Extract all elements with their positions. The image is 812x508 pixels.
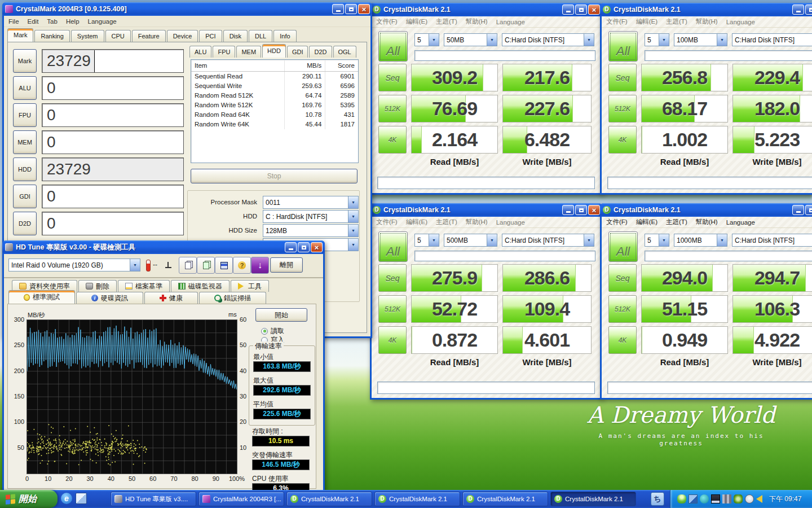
d2d-run-button[interactable]: D2D [13,212,37,235]
minimize-button[interactable] [562,205,574,215]
tab-pci[interactable]: PCI [199,30,222,42]
taskbar-button-5[interactable]: DCrystalDiskMark 2.1 [462,492,548,506]
drive-combo[interactable]: C:Hard Disk [NTFS]▼ [502,234,594,247]
dropdown-arrow-icon[interactable]: ▼ [429,234,439,246]
dropdown-arrow-icon[interactable]: ▼ [659,234,669,246]
nvidia-icon[interactable] [734,494,743,503]
close-button[interactable]: × [311,242,323,252]
menu-item[interactable]: Help [66,18,80,25]
timer-icon[interactable] [745,494,754,503]
language-indicator[interactable]: ち [651,492,664,506]
tab-bulb[interactable]: 標準測試 [8,290,75,304]
close-button[interactable]: × [358,4,370,14]
test-512k-button[interactable]: 512K [378,95,407,122]
maximize-button[interactable] [345,4,357,14]
tab-device[interactable]: Device [167,30,198,42]
menu-item[interactable]: Language [726,219,755,226]
menu-item[interactable]: 主題(T) [666,218,687,226]
update-button[interactable]: ↓ [251,257,269,274]
result-tab-ogl[interactable]: OGL [333,46,356,58]
menu-item[interactable]: 主題(T) [436,218,457,226]
start-test-button[interactable]: 開始 [255,308,307,322]
tab-tools[interactable]: 工具 [231,280,269,292]
minimize-button[interactable] [285,242,297,252]
menu-item[interactable]: 主題(T) [666,17,687,26]
minimize-button[interactable] [792,205,804,215]
dropdown-arrow-icon[interactable]: ▼ [130,259,140,271]
tab-health[interactable]: 健康 [144,292,198,304]
menu-item[interactable]: 編輯(E) [406,17,427,26]
taskbar-button-6[interactable]: DCrystalDiskMark 2.1 [550,492,636,506]
gdi-run-button[interactable]: GDI [13,185,37,208]
copy-image-button[interactable] [197,257,215,274]
dropdown-arrow-icon[interactable]: ▼ [717,234,727,246]
tab-trash[interactable]: 刪除 [78,280,117,292]
test-size-combo[interactable]: 50MB▼ [444,33,497,46]
test-512k-button[interactable]: 512K [608,295,637,323]
taskbar-button-4[interactable]: DCrystalDiskMark 2.1 [374,492,460,506]
menu-item[interactable]: 幫助(H) [466,218,488,226]
HDD Size-combo[interactable]: 128MB▼ [263,224,359,237]
test-4k-button[interactable]: 4K [378,326,407,354]
dropdown-arrow-icon[interactable]: ▼ [348,239,358,251]
help-button[interactable]: ? [233,257,251,274]
test-size-combo[interactable]: 500MB▼ [444,234,497,247]
dropdown-arrow-icon[interactable]: ▼ [487,34,497,46]
all-button[interactable]: All [608,31,638,62]
menu-item[interactable]: Language [496,219,525,226]
all-button[interactable]: All [378,31,408,62]
tab-disk[interactable]: Disk [223,30,248,42]
menu-item[interactable]: 主題(T) [436,17,457,26]
dropdown-arrow-icon[interactable]: ▼ [348,211,358,222]
show-desktop-icon[interactable] [76,493,87,504]
maximize-button[interactable] [575,205,587,215]
mem-run-button[interactable]: MEM [13,130,37,154]
drive-combo[interactable]: C:Hard Disk [NTFS]▼ [732,33,812,46]
exit-button[interactable]: 離開 [270,257,303,273]
tab-scan[interactable]: 錯誤掃描 [199,292,266,304]
dropdown-arrow-icon[interactable]: ▼ [487,234,497,246]
test-512k-button[interactable]: 512K [378,295,407,323]
tab-dll[interactable]: DLL [249,30,272,42]
dropdown-arrow-icon[interactable]: ▼ [659,34,669,46]
notes-icon[interactable] [711,494,720,503]
dropdown-arrow-icon[interactable]: ▼ [348,225,358,237]
dropdown-arrow-icon[interactable]: ▼ [717,34,727,46]
all-button[interactable]: All [608,231,638,262]
tab-disk-monitor[interactable]: 磁碟監視器 [171,280,230,292]
dropdown-arrow-icon[interactable]: ▼ [584,34,594,46]
test-512k-button[interactable]: 512K [608,95,637,122]
tab-cpu[interactable]: CPU [105,30,131,42]
tab-info[interactable]: Info [273,30,296,42]
hdd-run-button[interactable]: HDD [13,157,37,181]
drive-select-combo[interactable]: Intel Raid 0 Volume (1920 GB) ▼ [8,259,140,271]
menu-item[interactable]: Edit [28,18,39,25]
menu-item[interactable]: 文件(F) [376,218,398,226]
result-tab-gdi[interactable]: GDI [287,46,308,58]
menu-item[interactable]: 幫助(H) [466,17,488,26]
test-seq-button[interactable]: Seq [378,264,407,292]
minimize-button[interactable] [792,5,804,15]
mark-run-button[interactable]: Mark [13,49,37,73]
result-tab-d2d[interactable]: D2D [309,46,332,58]
menu-item[interactable]: 編輯(E) [636,17,657,26]
test-seq-button[interactable]: Seq [608,264,637,292]
menu-item[interactable]: Language [726,19,755,25]
HDD-combo[interactable]: C : HardDisk [NTFS]▼ [263,210,359,223]
result-tab-alu[interactable]: ALU [189,46,211,58]
tab-feature[interactable]: Feature [132,30,166,42]
buddy-icon[interactable] [677,494,686,503]
minimize-button[interactable] [562,5,574,15]
result-tab-mem[interactable]: MEM [236,46,261,58]
drive-combo[interactable]: C:Hard Disk [NTFS]▼ [502,33,594,46]
run-count-combo[interactable]: 5▼ [645,234,669,247]
dropdown-arrow-icon[interactable]: ▼ [584,234,594,246]
stop-button[interactable]: Stop [191,169,358,183]
test-4k-button[interactable]: 4K [378,126,407,154]
tab-info[interactable]: i硬碟資訊 [76,292,143,304]
menu-item[interactable]: 文件(F) [606,218,628,226]
all-button[interactable]: All [378,231,408,262]
dropdown-arrow-icon[interactable]: ▼ [348,196,358,208]
maximize-button[interactable] [575,5,587,15]
audio-icon[interactable] [722,494,731,503]
